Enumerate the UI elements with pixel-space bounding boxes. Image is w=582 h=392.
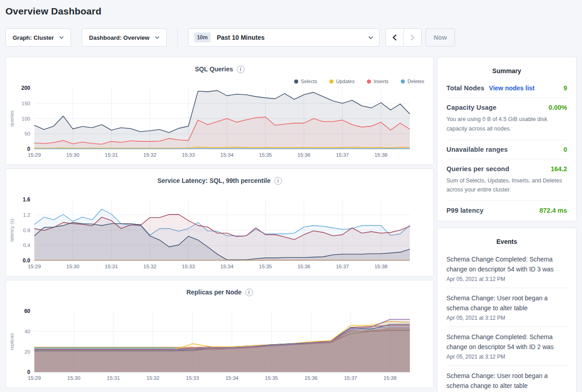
time-pager [385, 28, 422, 47]
svg-text:15:29: 15:29 [28, 264, 41, 269]
legend-item-selects[interactable]: Selects [294, 79, 317, 84]
summary-label: Total Nodes [446, 84, 484, 92]
svg-text:50: 50 [24, 131, 30, 136]
legend-item-inserts[interactable]: Inserts [367, 79, 389, 84]
svg-text:15:33: 15:33 [182, 152, 195, 158]
time-range-picker[interactable]: 10m Past 10 Minutes [188, 28, 380, 47]
sidebar: Summary Total NodesView nodes list9Capac… [437, 57, 577, 392]
event-timestamp: Apr 05, 2021 at 3:12 PM [446, 354, 567, 360]
svg-text:15:36: 15:36 [297, 152, 310, 158]
event-item: Schema Change: User root began a schema … [446, 366, 567, 392]
toolbar: Graph: Cluster Dashboard: Overview 10m P… [5, 28, 577, 47]
service-latency-chart[interactable]: 0.00.40.81.21.615:2915:3015:3115:3215:33… [6, 196, 433, 275]
graph-dropdown[interactable]: Graph: Cluster [5, 28, 71, 47]
chevron-left-icon [393, 34, 397, 41]
event-item: Schema Change Completed: Schema change o… [446, 327, 567, 366]
chevron-down-icon [59, 36, 64, 39]
summary-row-total-nodes: Total NodesView nodes list9 [446, 79, 567, 98]
svg-text:15:29: 15:29 [28, 152, 41, 158]
chart-legend: SelectsUpdatesInsertsDeletes [294, 79, 424, 84]
svg-text:15:31: 15:31 [105, 264, 118, 269]
legend-label: Deletes [408, 79, 424, 84]
events-list: Schema Change Completed: Schema change o… [446, 249, 567, 392]
svg-text:15:37: 15:37 [336, 264, 349, 269]
service-latency-panel: Service Latency: SQL, 99th percentile i … [5, 168, 434, 276]
event-message: Schema Change: User root began a schema … [446, 371, 567, 391]
chevron-right-icon [410, 34, 414, 41]
overview-dashboard-page: Overview Dashboard Graph: Cluster Dashbo… [0, 6, 582, 392]
svg-text:15:30: 15:30 [66, 264, 80, 269]
svg-text:15:35: 15:35 [259, 152, 272, 158]
dashboard-content: SQL Queries i SelectsUpdatesInsertsDelet… [5, 57, 577, 392]
summary-value: 0.00% [549, 104, 567, 111]
time-prev-button[interactable] [386, 29, 404, 46]
svg-text:150: 150 [22, 101, 30, 106]
svg-text:60: 60 [24, 308, 31, 314]
svg-text:15:34: 15:34 [225, 375, 239, 381]
svg-text:1.2: 1.2 [23, 212, 30, 218]
svg-text:15:36: 15:36 [305, 375, 318, 381]
svg-text:1.6: 1.6 [23, 196, 30, 203]
svg-text:latency (s): latency (s) [9, 219, 14, 242]
summary-rows: Total NodesView nodes list9Capacity Usag… [446, 79, 567, 220]
summary-label: P99 latency [446, 207, 483, 214]
legend-dot [329, 79, 333, 84]
svg-text:15:32: 15:32 [143, 152, 156, 158]
now-button[interactable]: Now [426, 28, 455, 47]
svg-text:0: 0 [27, 369, 30, 375]
svg-text:15:30: 15:30 [67, 375, 80, 381]
svg-text:15:36: 15:36 [297, 264, 310, 269]
chart-title: Replicas per Node [186, 289, 241, 296]
chart-title: Service Latency: SQL, 99th percentile [157, 177, 271, 184]
chart-title: SQL Queries [195, 65, 233, 73]
svg-text:15:32: 15:32 [143, 264, 156, 269]
summary-panel: Summary Total NodesView nodes list9Capac… [437, 57, 577, 221]
legend-dot [367, 79, 371, 84]
summary-title: Summary [446, 67, 567, 75]
svg-text:15:38: 15:38 [375, 152, 388, 158]
info-icon[interactable]: i [274, 177, 282, 185]
event-timestamp: Apr 05, 2021 at 3:12 PM [446, 276, 567, 282]
dashboard-dropdown[interactable]: Dashboard: Overview [82, 28, 167, 47]
svg-text:replicas: replicas [9, 333, 14, 350]
event-message: Schema Change Completed: Schema change o… [446, 254, 567, 274]
svg-text:15:35: 15:35 [265, 375, 278, 381]
event-timestamp: Apr 05, 2021 at 3:12 PM [446, 315, 567, 321]
page-title: Overview Dashboard [5, 6, 577, 17]
svg-text:100: 100 [22, 116, 30, 121]
svg-text:200: 200 [21, 85, 30, 91]
info-icon[interactable]: i [245, 289, 253, 296]
view-nodes-list-link[interactable]: View nodes list [489, 84, 535, 92]
legend-label: Updates [336, 79, 355, 84]
svg-text:0.0: 0.0 [23, 257, 30, 264]
event-item: Schema Change: User root began a schema … [446, 288, 567, 327]
svg-text:15:29: 15:29 [28, 375, 41, 381]
svg-text:15:35: 15:35 [259, 264, 272, 269]
time-range-badge: 10m [194, 33, 211, 42]
time-next-button[interactable] [404, 29, 421, 46]
legend-item-updates[interactable]: Updates [329, 79, 355, 84]
svg-text:20: 20 [24, 349, 30, 355]
events-title: Events [446, 238, 567, 245]
sql-queries-chart[interactable]: 05010015020015:2915:3015:3115:3215:3315:… [6, 84, 433, 163]
event-item: Schema Change Completed: Schema change o… [446, 249, 567, 288]
legend-item-deletes[interactable]: Deletes [401, 79, 424, 84]
legend-dot [294, 79, 298, 84]
sql-queries-panel: SQL Queries i SelectsUpdatesInsertsDelet… [5, 57, 434, 165]
graph-dropdown-label: Graph: Cluster [13, 34, 54, 41]
replicas-per-node-chart[interactable]: 020406015:2915:3015:3115:3215:3315:3415:… [6, 308, 433, 387]
svg-text:15:30: 15:30 [66, 152, 80, 158]
legend-label: Inserts [374, 79, 389, 84]
charts-column: SQL Queries i SelectsUpdatesInsertsDelet… [5, 57, 434, 388]
info-icon[interactable]: i [237, 65, 244, 73]
svg-text:15:38: 15:38 [375, 264, 388, 269]
svg-text:15:38: 15:38 [384, 375, 397, 381]
summary-label: Queries per second [446, 165, 509, 173]
events-panel: Events Schema Change Completed: Schema c… [437, 228, 577, 392]
svg-text:15:32: 15:32 [146, 375, 160, 381]
svg-text:0: 0 [27, 146, 30, 152]
svg-text:0.8: 0.8 [23, 228, 30, 233]
svg-text:15:31: 15:31 [105, 152, 118, 158]
legend-label: Selects [301, 79, 317, 84]
svg-text:15:37: 15:37 [336, 152, 349, 158]
